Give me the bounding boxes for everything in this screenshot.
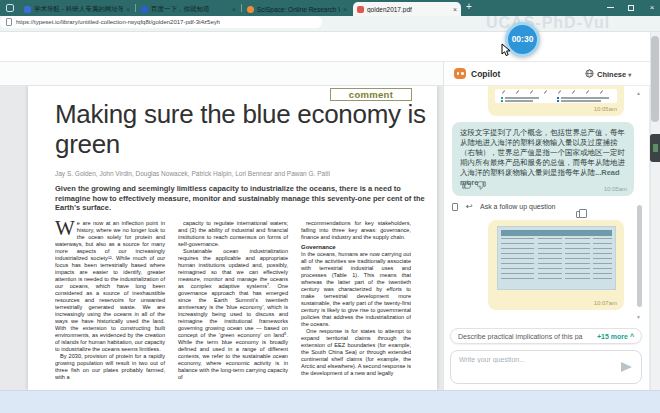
thumbs-up-icon[interactable] (462, 180, 471, 189)
copilot-panel: Copilot Chinese ▾ 10:05am 这段文字提到了几个概念，包括… (443, 62, 649, 390)
tab-tools-icon[interactable] (6, 4, 14, 12)
tab-baidu[interactable]: 百度一下，你就知道 × (137, 2, 240, 16)
message-timestamp: 10:05am (594, 106, 617, 112)
message-timestamp: 10:07am (594, 300, 617, 306)
chevron-down-icon: ▾ (628, 72, 631, 78)
paper-body: We are now at an inflection point in his… (55, 220, 411, 390)
tab-scholar-nav[interactable]: 学术导航 - 科研人专属的网址导... × (20, 2, 134, 16)
window-maximize-button[interactable] (623, 1, 639, 15)
chart-snapshot-image[interactable] (495, 89, 617, 103)
suggestion-pill[interactable]: Describe practical implications of this … (450, 328, 642, 344)
paper-title: Making sure the blue economy is green (55, 99, 437, 159)
copilot-title: Copilot (471, 69, 500, 79)
page-security-icon (6, 18, 12, 26)
pdf-page: comment Making sure the blue economy is … (28, 86, 437, 390)
tab-favicon (24, 6, 31, 13)
tab-favicon (357, 6, 364, 13)
note-icon[interactable] (452, 203, 458, 211)
tab-scispace[interactable]: SciSpace: Online Research Writ... × (243, 2, 351, 16)
tab-close-icon[interactable]: × (126, 6, 130, 13)
url-text: https://typeset.io/library/untitled-coll… (16, 19, 220, 25)
copilot-robot-icon (454, 68, 466, 79)
tab-separator (241, 4, 242, 12)
thumbs-down-icon[interactable] (477, 181, 486, 190)
copilot-header: Copilot Chinese ▾ (444, 62, 650, 86)
ask-follow-up-label[interactable]: Ask a follow up question (480, 203, 556, 210)
page-scrollbar-thumb[interactable] (651, 36, 659, 122)
table-columns-texture (501, 238, 612, 283)
copilot-scroll-up-icon[interactable]: ▲ (636, 90, 641, 96)
section-heading: Governance (301, 244, 411, 251)
url-field[interactable]: https://typeset.io/library/untitled-coll… (0, 16, 322, 28)
tab-favicon (247, 6, 254, 13)
table-header-bar (501, 230, 612, 236)
language-selector[interactable]: Chinese ▾ (597, 70, 631, 79)
answer-text: 这段文字提到了几个概念，包括世界总产值，每年从陆地进入海洋的塑料废物输入量以及过… (452, 122, 634, 208)
scispace-header: SCISPACE + Upload PDF Discover ▾ My Libr… (0, 32, 660, 62)
copilot-scroll-down-icon[interactable]: ▼ (636, 314, 641, 320)
tab-golden2017-pdf[interactable]: golden2017.pdf × (353, 2, 461, 16)
chat-message-user-table: 10:07am (488, 220, 624, 310)
watermark-text: UCAS-PhD-Vul (486, 14, 610, 32)
windows-taskbar: 4°C 晴朗 oh oh oh oh oh oh oh oh oh 搜索 e ^… (0, 390, 660, 413)
drop-cap: W (55, 220, 77, 237)
chat-message-answer: 这段文字提到了几个概念，包括世界总产值，每年从陆地进入海洋的塑料废物输入量以及过… (452, 122, 634, 196)
suggestion-text: Describe practical implications of this … (458, 333, 593, 340)
reply-arrow-icon[interactable]: ↩ (466, 202, 473, 211)
paper-abstract: Given the growing and seemingly limitles… (55, 184, 425, 213)
globe-icon (585, 69, 594, 78)
tab-close-icon[interactable]: × (453, 6, 457, 13)
side-floating-widget[interactable] (650, 134, 660, 162)
window-minimize-button[interactable] (602, 1, 618, 15)
window-close-button[interactable]: × (644, 1, 660, 15)
paper-authors: Jay S. Golden, John Virdin, Douglas Nowa… (55, 170, 425, 177)
tab-close-icon[interactable]: × (232, 6, 236, 13)
send-icon[interactable] (621, 362, 632, 372)
tab-separator (135, 4, 136, 12)
table-snapshot-image[interactable] (497, 226, 616, 290)
tab-favicon (141, 6, 148, 13)
pdf-toolbar: Σ Explain math & table ⊖ 152% ▾ ⊕ ⋮ (0, 62, 443, 86)
copy-icon[interactable] (576, 211, 582, 218)
screen: 学术导航 - 科研人专属的网址导... × 百度一下，你就知道 × SciSpa… (0, 0, 660, 413)
message-timestamp: 10:05am (604, 186, 627, 192)
question-input-box[interactable] (450, 350, 642, 384)
question-input[interactable] (457, 355, 607, 364)
chat-message-user-image: 10:05am (488, 86, 624, 116)
pdf-viewer: comment Making sure the blue economy is … (0, 86, 443, 390)
tab-close-icon[interactable]: × (343, 6, 347, 13)
new-tab-button[interactable]: + (466, 1, 472, 12)
caret-up-icon: ^ (630, 333, 634, 340)
copilot-scrollbar-thumb[interactable] (637, 205, 642, 307)
follow-up-row: ↩ Ask a follow up question (452, 202, 642, 214)
mouse-cursor (501, 43, 512, 57)
more-suggestions-link[interactable]: +15 more ^ (597, 333, 634, 340)
